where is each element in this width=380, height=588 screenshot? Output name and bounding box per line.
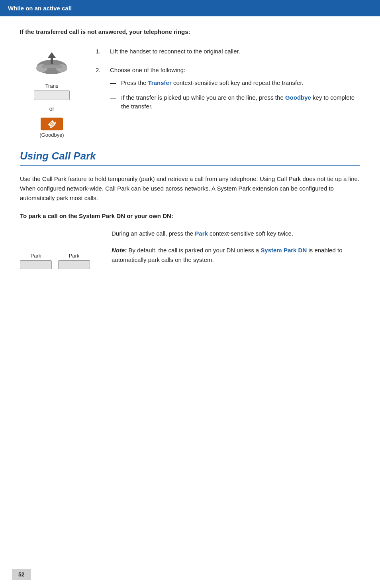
goodbye-key-group: ☎ (Goodbye) xyxy=(39,118,64,138)
park-key-2-group: Park xyxy=(58,253,90,269)
step-2-sublist: — Press the Transfer context-sensitive s… xyxy=(110,79,360,111)
goodbye-caption: (Goodbye) xyxy=(39,132,64,138)
steps-list: 1. Lift the handset to reconnect to the … xyxy=(96,47,360,126)
system-park-dn-highlight: System Park DN xyxy=(261,247,307,254)
transfer-highlight: Transfer xyxy=(148,79,172,86)
step-2-sub2-text: If the transfer is picked up while you a… xyxy=(121,93,360,111)
page-footer: 52 xyxy=(12,569,31,580)
header-bar: While on an active call xyxy=(0,0,380,16)
step-1: 1. Lift the handset to reconnect to the … xyxy=(96,47,360,56)
call-park-description: Use the Call Park feature to hold tempor… xyxy=(20,174,360,203)
park-key-1-group: Park xyxy=(20,253,52,269)
trans-soft-key xyxy=(34,90,70,100)
trans-label: Trans xyxy=(45,83,59,89)
to-park-heading: To park a call on the System Park DN or … xyxy=(20,212,360,219)
park-note: Note: By default, the call is parked on … xyxy=(112,246,360,265)
call-park-heading: Using Call Park xyxy=(20,150,360,166)
transfer-section: Trans or ☎ (Goodbye) 1. Lift the handset… xyxy=(20,47,360,138)
phone-ringing-icon xyxy=(28,47,76,79)
note-bold: Note: xyxy=(112,247,127,254)
park-key-2-label: Park xyxy=(69,253,80,259)
step-2-content: Choose one of the following: — Press the… xyxy=(110,66,360,117)
step-2: 2. Choose one of the following: — Press … xyxy=(96,66,360,117)
step-2-sub2: — If the transfer is picked up while you… xyxy=(110,93,360,111)
transfer-intro: If the transferred call is not answered,… xyxy=(20,28,360,36)
step-2-number: 2. xyxy=(96,66,105,117)
or-text: or xyxy=(49,106,54,112)
park-first-text: During an active call, press the Park co… xyxy=(112,229,360,238)
park-section: Park Park During an active call, press t… xyxy=(20,229,360,269)
step-2-sub1: — Press the Transfer context-sensitive s… xyxy=(110,79,360,88)
transfer-images: Trans or ☎ (Goodbye) xyxy=(20,47,84,138)
goodbye-button-image: ☎ xyxy=(41,118,63,130)
svg-rect-3 xyxy=(42,65,62,68)
page-number: 52 xyxy=(18,571,25,578)
goodbye-phone-icon: ☎ xyxy=(45,118,58,130)
main-content: If the transferred call is not answered,… xyxy=(0,16,380,285)
park-soft-key-1 xyxy=(20,260,52,269)
park-images: Park Park xyxy=(20,229,100,269)
dash-1: — xyxy=(110,79,118,88)
step-1-number: 1. xyxy=(96,47,105,56)
dash-2: — xyxy=(110,93,118,111)
park-text-content: During an active call, press the Park co… xyxy=(112,229,360,265)
step-1-text: Lift the handset to reconnect to the ori… xyxy=(110,48,240,55)
goodbye-highlight: Goodbye xyxy=(285,94,311,101)
step-2-sub1-text: Press the Transfer context-sensitive sof… xyxy=(121,79,304,88)
step-2-text: Choose one of the following: xyxy=(110,67,185,73)
step-1-content: Lift the handset to reconnect to the ori… xyxy=(110,47,360,56)
trans-key-group: Trans xyxy=(34,83,70,100)
header-title: While on an active call xyxy=(8,5,72,12)
park-soft-key-2 xyxy=(58,260,90,269)
park-highlight: Park xyxy=(195,230,208,237)
park-key-1-label: Park xyxy=(31,253,41,259)
